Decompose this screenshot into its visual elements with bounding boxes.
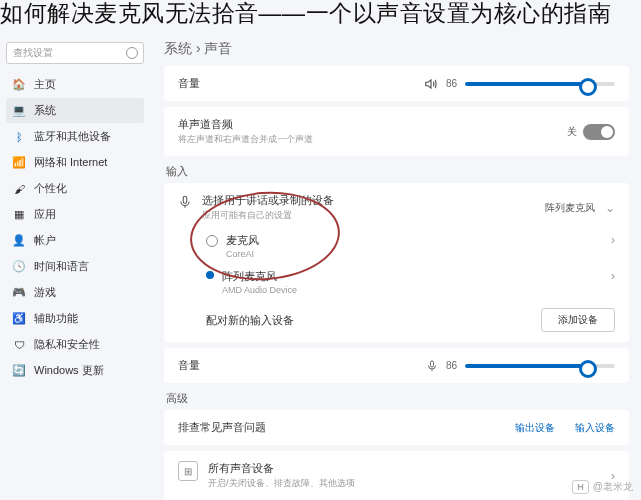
- article-overlay-title: 如何解决麦克风无法拾音——一个以声音设置为核心的指南: [0, 0, 641, 28]
- shield-icon: 🛡: [12, 338, 26, 352]
- microphone-icon: [178, 193, 192, 211]
- bluetooth-icon: ᛒ: [12, 130, 26, 144]
- svg-rect-1: [430, 361, 433, 367]
- choose-device-sub: 应用可能有自己的设置: [202, 209, 334, 222]
- sidebar-item-label: 辅助功能: [34, 311, 78, 326]
- sidebar-item-label: 时间和语言: [34, 259, 89, 274]
- sidebar-item-accounts[interactable]: 👤帐户: [6, 228, 144, 253]
- brush-icon: 🖌: [12, 182, 26, 196]
- choose-device-row[interactable]: 选择用于讲话或录制的设备 应用可能有自己的设置 阵列麦克风 ⌄: [178, 193, 615, 222]
- sidebar-item-label: 蓝牙和其他设备: [34, 129, 111, 144]
- sidebar-item-label: 应用: [34, 207, 56, 222]
- sidebar-item-gaming[interactable]: 🎮游戏: [6, 280, 144, 305]
- update-icon: 🔄: [12, 364, 26, 378]
- watermark: H @老米龙: [572, 480, 633, 494]
- chevron-right-icon: ›: [611, 233, 615, 247]
- current-device: 阵列麦克风: [545, 201, 595, 215]
- sidebar-item-system[interactable]: 💻系统: [6, 98, 144, 123]
- troubleshoot-row[interactable]: 排查常见声音问题 输出设备 输入设备: [164, 410, 629, 445]
- home-icon: 🏠: [12, 78, 26, 92]
- choose-device-label: 选择用于讲话或录制的设备: [202, 193, 334, 208]
- radio-unselected-icon[interactable]: [206, 235, 218, 247]
- devices-icon: ⊞: [178, 461, 198, 481]
- chevron-down-icon: ⌄: [605, 201, 615, 215]
- device-option-mic[interactable]: 麦克风 CoreAI ›: [206, 228, 615, 264]
- sidebar-item-label: Windows 更新: [34, 363, 104, 378]
- mono-sub: 将左声道和右声道合并成一个声道: [178, 133, 313, 146]
- breadcrumb[interactable]: 系统 › 声音: [164, 42, 629, 58]
- input-device-link[interactable]: 输入设备: [575, 421, 615, 435]
- volume-slider[interactable]: [465, 82, 615, 86]
- input-volume-value: 86: [446, 360, 457, 371]
- advanced-section-title: 高级: [166, 391, 629, 406]
- accessibility-icon: ♿: [12, 312, 26, 326]
- clock-icon: 🕓: [12, 260, 26, 274]
- sidebar-item-label: 系统: [34, 103, 56, 118]
- volume-label: 音量: [178, 76, 200, 91]
- all-devices-sub: 开启/关闭设备、排查故障、其他选项: [208, 477, 355, 490]
- sidebar-item-apps[interactable]: ▦应用: [6, 202, 144, 227]
- svg-rect-0: [183, 196, 187, 203]
- user-icon: 👤: [12, 234, 26, 248]
- output-volume-row[interactable]: 音量 86: [164, 66, 629, 101]
- sidebar-item-label: 个性化: [34, 181, 67, 196]
- chevron-right-icon: ›: [611, 269, 615, 283]
- device-name: 阵列麦克风: [222, 269, 603, 284]
- watermark-text: @老米龙: [593, 480, 633, 494]
- troubleshoot-label: 排查常见声音问题: [178, 420, 266, 435]
- sidebar-item-bluetooth[interactable]: ᛒ蓝牙和其他设备: [6, 124, 144, 149]
- sidebar-item-network[interactable]: 📶网络和 Internet: [6, 150, 144, 175]
- pair-device-label: 配对新的输入设备: [206, 313, 294, 328]
- gaming-icon: 🎮: [12, 286, 26, 300]
- main-content: 系统 › 声音 音量 86 单声道音频 将左声道和右声道合并成一个声道 关: [150, 42, 641, 500]
- all-devices-label: 所有声音设备: [208, 461, 355, 476]
- mono-audio-row[interactable]: 单声道音频 将左声道和右声道合并成一个声道 关: [164, 107, 629, 156]
- sidebar-item-accessibility[interactable]: ♿辅助功能: [6, 306, 144, 331]
- radio-selected-icon[interactable]: [206, 271, 214, 279]
- input-device-card: 选择用于讲话或录制的设备 应用可能有自己的设置 阵列麦克风 ⌄ 麦克风 Core…: [164, 183, 629, 342]
- sidebar-item-label: 游戏: [34, 285, 56, 300]
- speaker-icon: [424, 77, 438, 91]
- sidebar-item-label: 帐户: [34, 233, 56, 248]
- mono-label: 单声道音频: [178, 117, 313, 132]
- search-input[interactable]: 查找设置: [6, 42, 144, 64]
- sidebar-item-home[interactable]: 🏠主页: [6, 72, 144, 97]
- device-name: 麦克风: [226, 233, 603, 248]
- sidebar-item-label: 网络和 Internet: [34, 155, 107, 170]
- mono-state: 关: [567, 125, 577, 139]
- all-sound-devices-row[interactable]: ⊞ 所有声音设备 开启/关闭设备、排查故障、其他选项 ›: [164, 451, 629, 500]
- sidebar-item-privacy[interactable]: 🛡隐私和安全性: [6, 332, 144, 357]
- device-option-array-mic[interactable]: 阵列麦克风 AMD Audio Device ›: [206, 264, 615, 300]
- sidebar: 查找设置 🏠主页 💻系统 ᛒ蓝牙和其他设备 📶网络和 Internet 🖌个性化…: [0, 42, 150, 500]
- input-section-title: 输入: [166, 164, 629, 179]
- device-sub: AMD Audio Device: [222, 285, 603, 295]
- sidebar-item-time[interactable]: 🕓时间和语言: [6, 254, 144, 279]
- output-device-link[interactable]: 输出设备: [515, 421, 555, 435]
- settings-window: 查找设置 🏠主页 💻系统 ᛒ蓝牙和其他设备 📶网络和 Internet 🖌个性化…: [0, 0, 641, 500]
- device-sub: CoreAI: [226, 249, 603, 259]
- wifi-icon: 📶: [12, 156, 26, 170]
- mono-toggle[interactable]: [583, 124, 615, 140]
- sidebar-item-personalization[interactable]: 🖌个性化: [6, 176, 144, 201]
- sidebar-item-label: 主页: [34, 77, 56, 92]
- input-volume-row[interactable]: 音量 86: [164, 348, 629, 383]
- watermark-logo: H: [572, 480, 589, 494]
- microphone-icon: [426, 359, 438, 373]
- system-icon: 💻: [12, 104, 26, 118]
- sidebar-item-label: 隐私和安全性: [34, 337, 100, 352]
- apps-icon: ▦: [12, 208, 26, 222]
- add-device-button[interactable]: 添加设备: [541, 308, 615, 332]
- sidebar-item-update[interactable]: 🔄Windows 更新: [6, 358, 144, 383]
- input-volume-label: 音量: [178, 358, 200, 373]
- volume-value: 86: [446, 78, 457, 89]
- device-list: 麦克风 CoreAI › 阵列麦克风 AMD Audio Device ›: [206, 228, 615, 300]
- input-volume-slider[interactable]: [465, 364, 615, 368]
